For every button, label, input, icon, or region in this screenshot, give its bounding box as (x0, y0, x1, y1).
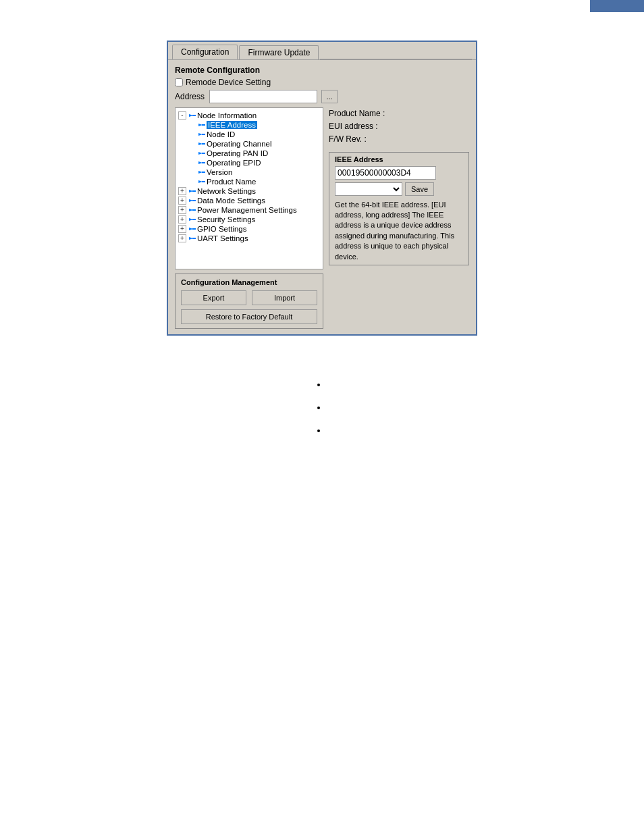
op-channel-label: Operating Channel (207, 140, 272, 148)
ieee-save-button[interactable]: Save (405, 182, 434, 196)
svg-rect-7 (202, 143, 205, 145)
gpio-label: GPIO Settings (197, 225, 247, 233)
network-settings-label: Network Settings (197, 187, 256, 195)
left-column: - Node Information (175, 107, 323, 329)
restore-factory-default-button[interactable]: Restore to Factory Default (181, 309, 317, 324)
node-information-label: Node Information (197, 111, 257, 120)
import-button[interactable]: Import (252, 290, 317, 305)
tree-node-security[interactable]: + Security Settings (178, 215, 320, 224)
ieee-address-label: IEEE Address (207, 121, 257, 129)
product-info: Product Name : EUI address : F/W Rev. : (329, 107, 469, 147)
accent-bar (590, 0, 644, 12)
arrow-icon-opchannel (197, 140, 207, 147)
tree-children: IEEE Address Node ID (178, 120, 320, 186)
arrow-icon-network (188, 188, 197, 194)
arrow-icon-uart (188, 235, 197, 242)
op-pan-id-label: Operating PAN ID (207, 149, 268, 157)
arrow-icon-security (188, 216, 197, 223)
expand-icon-datamode[interactable]: + (178, 197, 186, 205)
tree-node-power-mgmt[interactable]: + Power Management Settings (178, 205, 320, 215)
svg-rect-11 (202, 162, 205, 163)
product-name-info: Product Name : (329, 107, 469, 120)
bullet-item-3 (327, 422, 330, 440)
ieee-group-title: IEEE Address (335, 155, 463, 163)
ieee-address-input-wrapper (335, 166, 463, 182)
remote-device-setting-row: Remode Device Setting (175, 78, 469, 87)
config-mgmt-row: Export Import (181, 290, 317, 305)
ieee-dropdown[interactable] (335, 182, 402, 196)
address-label: Address (175, 92, 205, 101)
right-column: Product Name : EUI address : F/W Rev. : … (329, 107, 469, 329)
tree-node-version[interactable]: Version (188, 167, 320, 177)
config-mgmt-title: Configuration Management (181, 278, 317, 286)
expand-icon-network[interactable]: + (178, 187, 186, 195)
arrow-icon-ieee (197, 122, 207, 128)
tree-view: - Node Information (175, 107, 323, 269)
tree-node-root[interactable]: - Node Information (178, 111, 320, 120)
expand-icon-gpio[interactable]: + (178, 225, 186, 233)
arrow-icon-panid (197, 150, 207, 157)
security-label: Security Settings (197, 215, 255, 224)
version-label: Version (207, 168, 232, 176)
svg-rect-15 (202, 181, 205, 182)
svg-rect-27 (192, 238, 196, 239)
node-id-label: Node ID (207, 130, 235, 138)
remote-config-title: Remote Configuration (175, 66, 469, 75)
svg-rect-25 (192, 228, 196, 230)
svg-rect-3 (202, 124, 205, 126)
power-mgmt-label: Power Management Settings (197, 206, 297, 214)
eui-address-info: EUI address : (329, 120, 469, 133)
export-button[interactable]: Export (181, 290, 246, 305)
expand-icon-root[interactable]: - (178, 111, 186, 120)
bullet-item-1 (327, 376, 330, 394)
bottom-content (273, 349, 371, 472)
ieee-address-input[interactable] (335, 166, 436, 180)
svg-rect-19 (192, 200, 196, 201)
dialog-panel: Configuration Firmware Update Remote Con… (167, 41, 477, 336)
tree-node-ieee-address[interactable]: IEEE Address (188, 120, 320, 130)
remote-device-checkbox[interactable] (175, 78, 183, 86)
svg-rect-13 (202, 172, 205, 173)
expand-icon-uart[interactable]: + (178, 234, 186, 242)
remote-device-label: Remode Device Setting (186, 78, 271, 87)
tree-node-gpio[interactable]: + GPIO Settings (178, 224, 320, 234)
svg-rect-5 (202, 134, 205, 135)
arrow-icon-power (188, 207, 197, 213)
tab-configuration[interactable]: Configuration (172, 45, 238, 59)
product-name-label: Product Name (207, 178, 257, 186)
address-input[interactable] (209, 90, 317, 103)
tree-node-network[interactable]: + Network Settings (178, 186, 320, 196)
tree-node-op-channel[interactable]: Operating Channel (188, 139, 320, 149)
tree-node-product-name[interactable]: Product Name (188, 177, 320, 186)
arrow-icon-root (188, 112, 197, 119)
uart-label: UART Settings (197, 234, 248, 242)
tree-node-node-id[interactable]: Node ID (188, 130, 320, 139)
arrow-icon-nodeid (197, 131, 207, 138)
panel-body: Remote Configuration Remode Device Setti… (168, 60, 476, 334)
tree-node-data-mode[interactable]: + Data Mode Settings (178, 196, 320, 205)
expand-icon-power[interactable]: + (178, 206, 186, 214)
arrow-icon-datamode (188, 197, 197, 204)
ieee-row: Save (335, 182, 463, 196)
tab-bar: Configuration Firmware Update (168, 42, 476, 59)
fw-rev-info: F/W Rev. : (329, 133, 469, 146)
remote-config-section: Remote Configuration Remode Device Setti… (175, 66, 469, 103)
tree-node-op-pan-id[interactable]: Operating PAN ID (188, 149, 320, 158)
svg-rect-23 (192, 219, 196, 220)
ieee-description: Get the 64-bit IEEE address. [EUI addres… (335, 200, 463, 262)
config-mgmt-section: Configuration Management Export Import R… (175, 273, 323, 329)
arrow-icon-version (197, 169, 207, 176)
svg-rect-1 (192, 115, 196, 116)
svg-rect-21 (192, 209, 196, 211)
data-mode-label: Data Mode Settings (197, 197, 265, 205)
tree-node-uart[interactable]: + UART Settings (178, 234, 320, 243)
op-epid-label: Operating EPID (207, 159, 261, 167)
address-browse-button[interactable]: ... (321, 90, 338, 103)
svg-rect-9 (202, 153, 205, 154)
bullet-item-2 (327, 399, 330, 417)
expand-icon-security[interactable]: + (178, 215, 186, 224)
tab-firmware-update[interactable]: Firmware Update (239, 45, 319, 59)
arrow-icon-product (197, 178, 207, 185)
two-col-layout: - Node Information (175, 107, 469, 329)
tree-node-op-epid[interactable]: Operating EPID (188, 158, 320, 167)
